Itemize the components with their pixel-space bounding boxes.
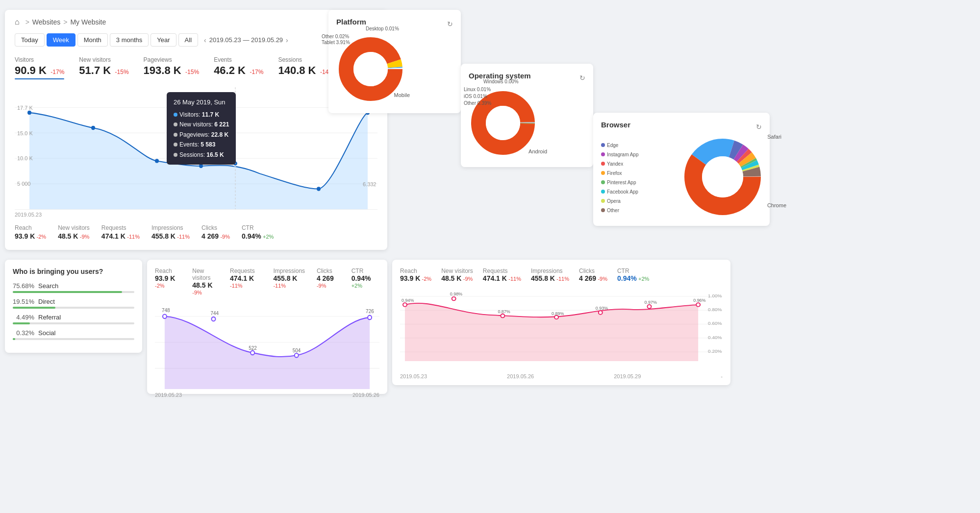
chart-x-label: 2019.05.23 [15, 212, 377, 218]
visitors-chart: 17.7 K 15.0 K 10.0 K 5 000 17.0 K 6.332 … [15, 87, 377, 210]
sec-metric-clicks: Clicks 4 269 -9% [201, 224, 230, 240]
platform-title: Platform [336, 18, 366, 26]
svg-text:0.20%: 0.20% [708, 348, 722, 354]
breadcrumb-mywebsite[interactable]: My Website [70, 18, 106, 26]
breadcrumb-sep2: > [63, 18, 67, 26]
metric-pageviews-value: 193.8 K [144, 64, 181, 76]
svg-point-41 [403, 303, 407, 307]
btn-3months[interactable]: 3 months [110, 33, 149, 47]
svg-point-47 [696, 303, 700, 307]
user-source-search: 75.68% Search [13, 282, 134, 293]
svg-text:744: 744 [211, 310, 219, 316]
next-arrow[interactable]: › [286, 36, 288, 44]
ctr-metric-new-visitors: New visitors 48.5 K -9% [441, 268, 473, 282]
sec-metric-requests: Requests 474.1 K -11% [101, 224, 140, 240]
reach-metric-requests: Requests 474.1 K -11% [230, 268, 263, 296]
metric-visitors-value: 90.9 K [15, 64, 47, 76]
ctr-metric-requests: Requests 474.1 K -11% [483, 268, 521, 282]
sec-metric-new-visitors: New visitors 48.5 K -9% [58, 224, 90, 240]
tooltip-events: Events: 5 583 [174, 140, 229, 149]
reach-metrics-row: Reach 93.9 K -2% New visitors 48.5 K -9%… [155, 268, 379, 296]
prev-arrow[interactable]: ‹ [204, 36, 206, 44]
os-card: Operating system ↻ Windows 0.00% Linux 0… [461, 64, 593, 167]
users-card: Who is bringing you users? 75.68% Search… [5, 260, 142, 353]
svg-point-43 [501, 314, 504, 318]
metric-events-value: 46.2 K [214, 64, 246, 76]
ctr-chart-area: 1.00% 0.80% 0.60% 0.40% 0.20% 0.94% 0.98… [400, 287, 723, 380]
os-refresh-icon[interactable]: ↻ [579, 74, 585, 82]
tooltip-pageviews: Pageviews: 22.8 K [174, 130, 229, 140]
metric-visitors-label: Visitors [15, 56, 64, 63]
svg-point-59 [353, 52, 388, 86]
browser-donut-container: Edge Instagram App Yandex Firefox Pinter… [601, 138, 762, 218]
reach-x-start: 2019.05.23 [155, 392, 182, 398]
svg-text:522: 522 [249, 345, 257, 350]
user-source-social: 0.32% Social [13, 329, 134, 340]
ctr-metric-impressions: Impressions 455.8 K -11% [531, 268, 569, 282]
metric-events: Events 46.2 K -17% [214, 56, 263, 79]
sec-metric-ctr: CTR 0.94% +2% [242, 224, 274, 240]
metric-sessions: Sessions 140.8 K -14% [278, 56, 334, 79]
home-icon[interactable]: ⌂ [15, 18, 20, 26]
date-range-nav: ‹ 2019.05.23 — 2019.05.29 › [204, 36, 288, 44]
svg-text:17.7 K: 17.7 K [17, 104, 33, 110]
svg-text:0.93%: 0.93% [596, 306, 608, 311]
breadcrumb-websites[interactable]: Websites [32, 18, 60, 26]
reach-x-mid: 2019.05.26 [352, 392, 379, 398]
ctr-x-start: 2019.05.23 [400, 373, 427, 379]
browser-refresh-icon[interactable]: ↻ [756, 123, 762, 131]
btn-all[interactable]: All [178, 33, 198, 47]
btn-year[interactable]: Year [151, 33, 176, 47]
tooltip-date: 26 May 2019, Sun [174, 97, 229, 108]
ctr-metric-clicks: Clicks 4 269 -9% [579, 268, 607, 282]
svg-point-22 [211, 317, 215, 321]
svg-point-65 [486, 106, 520, 140]
metric-visitors-change: -17% [50, 69, 64, 75]
chart-tooltip: 26 May 2019, Sun Visitors: 11.7 K New vi… [167, 92, 236, 165]
svg-text:10.0 K: 10.0 K [17, 155, 33, 161]
platform-refresh-icon[interactable]: ↻ [447, 20, 453, 28]
breadcrumb-sep1: > [25, 18, 29, 26]
secondary-metrics-row: Reach 93.9 K -2% New visitors 48.5 K -9%… [15, 224, 377, 240]
btn-today[interactable]: Today [15, 33, 45, 47]
ctr-metric-ctr: CTR 0.94% +2% [617, 268, 649, 282]
reach-chart-area: 748 744 522 504 726 2019.05.23 2019.05.2… [155, 301, 379, 389]
sec-metric-reach: Reach 93.9 K -2% [15, 224, 46, 240]
metric-new-visitors-change: -15% [115, 69, 129, 75]
btn-week[interactable]: Week [47, 33, 75, 47]
svg-text:5 000: 5 000 [17, 181, 30, 187]
svg-point-6 [155, 159, 159, 163]
reach-metric-clicks: Clicks 4 269 -9% [317, 268, 342, 296]
os-donut: Windows 0.00% Linux 0.01% iOS 0.01% Othe… [469, 89, 585, 159]
svg-text:6.332: 6.332 [363, 181, 376, 187]
ctr-x-mid: 2019.05.26 [507, 373, 534, 379]
metric-new-visitors-value: 51.7 K [79, 64, 111, 76]
metric-events-change: -17% [250, 69, 263, 75]
svg-text:15.0 K: 15.0 K [17, 130, 33, 136]
svg-point-44 [554, 316, 558, 319]
svg-text:0.96%: 0.96% [693, 298, 706, 303]
reach-metric-impressions: Impressions 455.8 K -11% [273, 268, 306, 296]
svg-point-23 [251, 351, 254, 355]
svg-text:0.80%: 0.80% [708, 307, 722, 312]
platform-card: Platform ↻ Desktop 0.01% Other 0.02% Tab… [328, 10, 461, 113]
metric-new-visitors: New visitors 51.7 K -15% [79, 56, 128, 79]
browser-title: Browser [601, 121, 630, 129]
svg-point-25 [368, 316, 372, 319]
svg-point-4 [27, 111, 31, 115]
svg-point-5 [91, 126, 95, 130]
date-range-label: 2019.05.23 — 2019.05.29 [209, 36, 283, 44]
ctr-chart-card: Reach 93.9 K -2% New visitors 48.5 K -9%… [392, 260, 730, 385]
metric-new-visitors-label: New visitors [79, 56, 128, 63]
svg-point-76 [702, 156, 743, 197]
svg-text:0.89%: 0.89% [552, 311, 564, 316]
btn-month[interactable]: Month [77, 33, 108, 47]
svg-point-46 [647, 305, 651, 309]
svg-text:504: 504 [293, 348, 301, 353]
svg-text:0.87%: 0.87% [498, 309, 510, 314]
sec-metric-impressions: Impressions 455.8 K -11% [151, 224, 190, 240]
browser-legend-left: Edge Instagram App Yandex Firefox Pinter… [601, 141, 638, 215]
metric-pageviews-label: Pageviews [144, 56, 200, 63]
platform-donut: Desktop 0.01% Other 0.02% Tablet 3.91% M… [336, 35, 453, 105]
svg-point-24 [295, 353, 299, 357]
